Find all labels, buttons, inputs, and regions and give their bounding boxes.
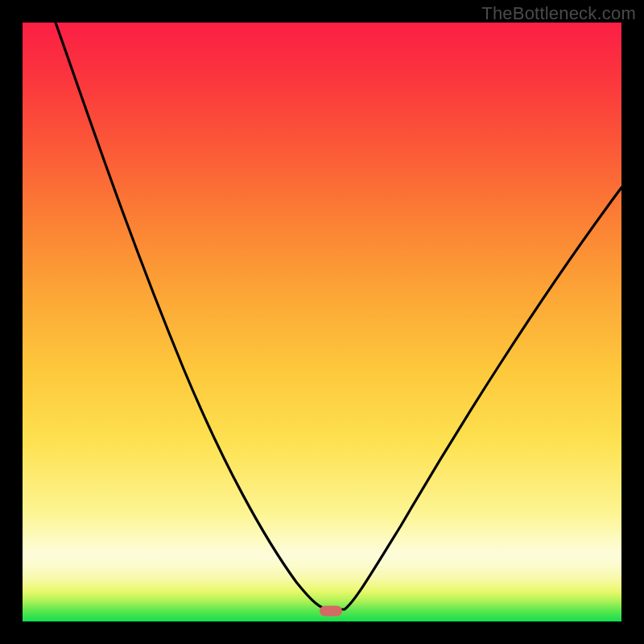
chart-frame: TheBottleneck.com — [0, 0, 644, 644]
watermark-text: TheBottleneck.com — [481, 3, 636, 24]
minimum-marker — [320, 606, 342, 617]
plot-area — [23, 23, 621, 621]
bottleneck-curve — [23, 23, 621, 621]
curve-path — [56, 23, 621, 609]
